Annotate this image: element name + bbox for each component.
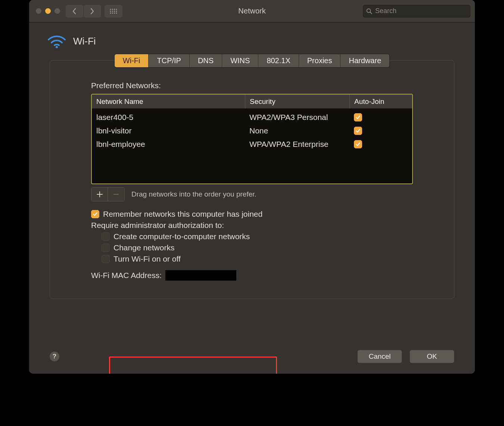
mac-address-label: Wi-Fi MAC Address: (91, 271, 162, 280)
col-auto-join[interactable]: Auto-Join (349, 95, 412, 108)
svg-point-6 (114, 10, 115, 12)
drag-hint: Drag networks into the order you prefer. (131, 190, 256, 198)
zoom-window-button[interactable] (55, 8, 60, 14)
table-header: Network Name Security Auto-Join (92, 95, 412, 109)
tab-wifi[interactable]: Wi-Fi (115, 54, 149, 67)
cell-auto-join (349, 113, 412, 121)
network-preferences-window: Network Search Wi-Fi Wi-FiTCP/IPDNSWINS8… (29, 0, 475, 374)
remember-networks-checkbox[interactable] (91, 210, 99, 218)
admin-create-label: Create computer-to-computer networks (113, 232, 250, 241)
cancel-button[interactable]: Cancel (357, 350, 402, 363)
svg-point-3 (116, 9, 117, 10)
add-remove-buttons (91, 187, 125, 201)
col-network-name[interactable]: Network Name (92, 98, 245, 106)
admin-power-label: Turn Wi-Fi on or off (113, 254, 181, 263)
panel-title: Wi-Fi (73, 36, 96, 47)
cell-security: None (245, 126, 349, 135)
mac-address-value (165, 270, 236, 281)
back-button[interactable] (66, 5, 83, 18)
require-admin-label: Require administrator authorization to: (91, 221, 224, 230)
wifi-options: Remember networks this computer has join… (50, 201, 454, 284)
nav-buttons (66, 5, 101, 18)
cell-auto-join (349, 140, 412, 148)
cell-security: WPA2/WPA3 Personal (245, 113, 349, 122)
add-network-button[interactable] (91, 188, 108, 201)
wifi-icon (47, 34, 66, 49)
remember-networks-label: Remember networks this computer has join… (103, 210, 262, 219)
table-body: laser400-5WPA2/WPA3 Personallbnl-visitor… (92, 109, 412, 183)
svg-point-1 (112, 9, 113, 10)
minimize-window-button[interactable] (45, 8, 51, 14)
search-icon (366, 8, 372, 14)
svg-point-2 (114, 9, 115, 10)
preferred-networks-table[interactable]: Network Name Security Auto-Join laser400… (91, 94, 413, 184)
admin-create-checkbox[interactable] (102, 232, 110, 241)
help-button[interactable]: ? (50, 352, 59, 361)
admin-power-checkbox[interactable] (102, 255, 110, 263)
tab-tcpip[interactable]: TCP/IP (149, 54, 189, 67)
auto-join-checkbox[interactable] (354, 113, 362, 121)
table-row[interactable]: lbnl-employeeWPA/WPA2 Enterprise (92, 138, 412, 151)
ok-button[interactable]: OK (410, 350, 454, 363)
search-placeholder: Search (375, 7, 396, 15)
dialog-footer: ? Cancel OK (29, 350, 475, 363)
tab-bar: Wi-FiTCP/IPDNSWINS802.1XProxiesHardware (114, 54, 390, 68)
tab-wins[interactable]: WINS (222, 54, 258, 67)
admin-change-checkbox[interactable] (102, 244, 110, 252)
titlebar: Network Search (29, 0, 475, 22)
tab-proxies[interactable]: Proxies (299, 54, 341, 67)
svg-point-11 (116, 12, 117, 13)
cell-network-name: lbnl-visitor (92, 126, 245, 135)
window-title: Network (238, 7, 265, 15)
preferred-networks-label: Preferred Networks: (50, 81, 454, 94)
col-security[interactable]: Security (245, 95, 349, 108)
svg-line-13 (370, 12, 372, 14)
svg-point-9 (112, 12, 113, 13)
mac-address-row: Wi-Fi MAC Address: (91, 267, 413, 284)
tab-hardware[interactable]: Hardware (340, 54, 389, 67)
svg-point-5 (112, 10, 113, 12)
tab-dns[interactable]: DNS (190, 54, 222, 67)
window-controls (34, 8, 60, 14)
close-window-button[interactable] (36, 8, 41, 14)
svg-point-4 (110, 10, 111, 12)
table-row[interactable]: laser400-5WPA2/WPA3 Personal (92, 111, 412, 124)
cell-network-name: lbnl-employee (92, 140, 245, 149)
cell-network-name: laser400-5 (92, 113, 245, 122)
svg-point-14 (56, 46, 58, 48)
wifi-settings-group: Preferred Networks: Network Name Securit… (50, 60, 454, 299)
forward-button[interactable] (84, 5, 101, 18)
auto-join-checkbox[interactable] (354, 140, 362, 148)
svg-point-8 (110, 12, 111, 13)
svg-point-10 (114, 12, 115, 13)
table-row[interactable]: lbnl-visitorNone (92, 124, 412, 138)
cell-auto-join (349, 127, 412, 135)
admin-change-label: Change networks (113, 243, 174, 252)
search-input[interactable]: Search (363, 5, 470, 18)
remove-network-button[interactable] (108, 188, 124, 201)
panel-header: Wi-Fi (29, 22, 475, 54)
cell-security: WPA/WPA2 Enterprise (245, 140, 349, 149)
svg-point-0 (110, 9, 111, 10)
tab-8021x[interactable]: 802.1X (258, 54, 299, 67)
auto-join-checkbox[interactable] (354, 127, 362, 135)
show-all-button[interactable] (105, 5, 122, 18)
svg-point-7 (116, 10, 117, 12)
